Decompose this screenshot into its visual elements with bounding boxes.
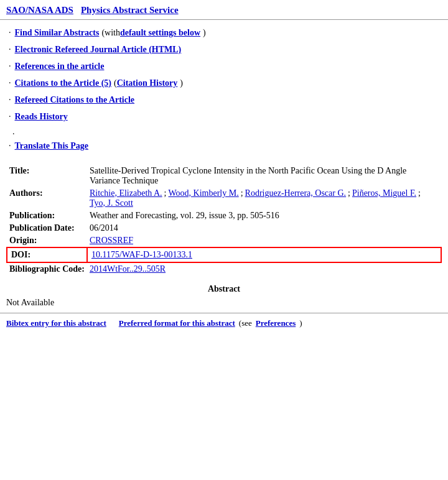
bibcode-label: Bibliographic Code: bbox=[7, 262, 87, 275]
reads-link[interactable]: Reads History bbox=[15, 110, 68, 123]
nav-translate: · Translate This Page bbox=[6, 139, 442, 152]
find-similar-end: ) bbox=[203, 26, 206, 39]
authors-label: Authors: bbox=[7, 187, 87, 210]
bullet-7: · bbox=[9, 139, 11, 152]
bullet-3: · bbox=[9, 60, 11, 73]
pub-date-value: 06/2014 bbox=[87, 222, 441, 234]
dot-only: . bbox=[6, 127, 442, 137]
metadata-section: Title: Satellite-Derived Tropical Cyclon… bbox=[0, 159, 448, 279]
footer-see-end: ) bbox=[299, 318, 302, 328]
origin-row: Origin: CROSSREF bbox=[7, 234, 441, 247]
author-link-0[interactable]: Ritchie, Elizabeth A. bbox=[90, 188, 162, 198]
nav-electronic: · Electronic Refereed Journal Article (H… bbox=[6, 43, 442, 56]
physics-service-link[interactable]: Physics Abstract Service bbox=[81, 5, 179, 16]
nav-refereed: · Refereed Citations to the Article bbox=[6, 93, 442, 106]
author-link-2[interactable]: Rodriguez-Herrera, Oscar G. bbox=[245, 188, 346, 198]
origin-link[interactable]: CROSSREF bbox=[90, 236, 133, 245]
bibcode-link[interactable]: 2014WtFor..29..505R bbox=[90, 264, 166, 274]
doi-row: DOI: 10.1175/WAF-D-13-00133.1 bbox=[7, 247, 441, 262]
nav-reads: · Reads History bbox=[6, 110, 442, 123]
preferences-link[interactable]: Preferences bbox=[256, 318, 296, 328]
doi-label: DOI: bbox=[7, 247, 87, 262]
refereed-link[interactable]: Refereed Citations to the Article bbox=[15, 93, 135, 106]
sep-3: ; bbox=[418, 188, 421, 198]
sep-2: ; bbox=[348, 188, 350, 198]
bullet-5: · bbox=[9, 93, 11, 106]
doi-link[interactable]: 10.1175/WAF-D-13-00133.1 bbox=[91, 250, 192, 259]
abstract-title: Abstract bbox=[6, 284, 442, 294]
abstract-section: Abstract Not Available bbox=[0, 279, 448, 313]
bullet-1: · bbox=[9, 26, 11, 39]
title-value: Satellite-Derived Tropical Cyclone Inten… bbox=[87, 165, 441, 187]
pub-date-label: Publication Date: bbox=[7, 222, 87, 234]
find-similar-mid: (with bbox=[101, 26, 120, 39]
sao-nasa-link[interactable]: SAO/NASA ADS bbox=[6, 5, 73, 16]
nav-references: · References in the article bbox=[6, 60, 442, 73]
page-footer: Bibtex entry for this abstract Preferred… bbox=[0, 313, 448, 333]
citation-history-link[interactable]: Citation History bbox=[117, 76, 178, 90]
publication-row: Publication: Weather and Forecasting, vo… bbox=[7, 210, 441, 222]
find-similar-link[interactable]: Find Similar Abstracts bbox=[15, 26, 100, 39]
bullet-6: · bbox=[9, 110, 11, 123]
nav-find-similar: · Find Similar Abstracts (with default s… bbox=[6, 26, 442, 39]
preferred-format-link[interactable]: Preferred format for this abstract bbox=[119, 318, 235, 328]
origin-label: Origin: bbox=[7, 234, 87, 247]
bibtex-link[interactable]: Bibtex entry for this abstract bbox=[6, 318, 106, 328]
electronic-link[interactable]: Electronic Refereed Journal Article (HTM… bbox=[15, 43, 182, 56]
nav-links: · Find Similar Abstracts (with default s… bbox=[0, 20, 448, 159]
bullet-4: · bbox=[9, 76, 11, 90]
bullet-2: · bbox=[9, 43, 11, 56]
author-link-1[interactable]: Wood, Kimberly M. bbox=[169, 188, 239, 198]
nav-citations: · Citations to the Article (5) ( Citatio… bbox=[6, 76, 442, 90]
pub-date-row: Publication Date: 06/2014 bbox=[7, 222, 441, 234]
author-link-3[interactable]: Piñeros, Miguel F. bbox=[352, 188, 416, 198]
references-link[interactable]: References in the article bbox=[15, 60, 105, 73]
authors-row: Authors: Ritchie, Elizabeth A.; Wood, Ki… bbox=[7, 187, 441, 210]
origin-value: CROSSREF bbox=[87, 234, 441, 247]
publication-value: Weather and Forecasting, vol. 29, issue … bbox=[87, 210, 441, 222]
citation-row: Citations to the Article (5) ( Citation … bbox=[15, 76, 183, 90]
doi-value: 10.1175/WAF-D-13-00133.1 bbox=[87, 247, 441, 262]
sep-1: ; bbox=[241, 188, 243, 198]
author-link-4[interactable]: Tyo, J. Scott bbox=[90, 198, 133, 208]
title-label: Title: bbox=[7, 165, 87, 187]
bibcode-value: 2014WtFor..29..505R bbox=[87, 262, 441, 275]
title-row: Title: Satellite-Derived Tropical Cyclon… bbox=[7, 165, 441, 187]
abstract-text: Not Available bbox=[6, 298, 442, 308]
sep-0: ; bbox=[164, 188, 167, 198]
citation-history-post: ) bbox=[180, 76, 183, 90]
default-settings-link[interactable]: default settings below bbox=[120, 26, 200, 39]
footer-see-text: (see bbox=[239, 318, 252, 328]
bibcode-row: Bibliographic Code: 2014WtFor..29..505R bbox=[7, 262, 441, 275]
metadata-table: Title: Satellite-Derived Tropical Cyclon… bbox=[6, 165, 442, 275]
publication-label: Publication: bbox=[7, 210, 87, 222]
page-header: SAO/NASA ADS Physics Abstract Service bbox=[0, 0, 448, 20]
translate-link[interactable]: Translate This Page bbox=[15, 139, 89, 152]
citations-link[interactable]: Citations to the Article (5) bbox=[15, 76, 112, 90]
authors-cell: Ritchie, Elizabeth A.; Wood, Kimberly M.… bbox=[87, 187, 441, 210]
